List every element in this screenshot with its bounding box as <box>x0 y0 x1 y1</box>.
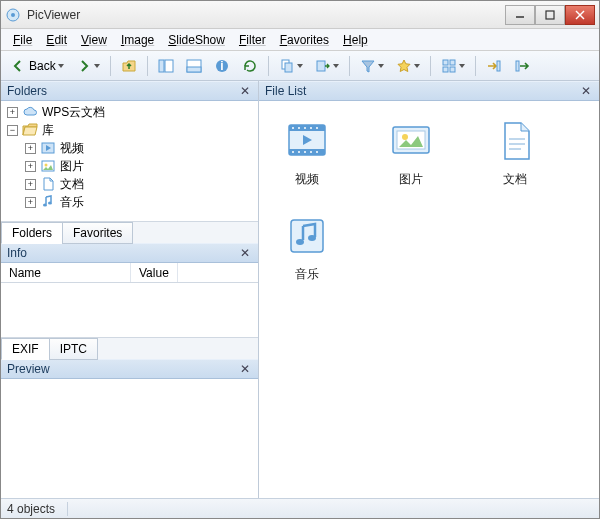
tree-node-documents[interactable]: + 文档 <box>1 175 258 193</box>
maximize-button[interactable] <box>535 5 565 25</box>
minimize-button[interactable] <box>505 5 535 25</box>
preview-area <box>1 379 258 498</box>
tab-favorites[interactable]: Favorites <box>62 222 133 244</box>
menubar: File Edit View Image SlideShow Filter Fa… <box>1 29 599 51</box>
copy-icon <box>279 58 295 74</box>
export-button[interactable] <box>509 55 535 77</box>
tree-node-videos[interactable]: + 视频 <box>1 139 258 157</box>
music-library-icon <box>283 212 331 260</box>
info-col-name[interactable]: Name <box>1 263 131 282</box>
chevron-down-icon <box>459 64 465 68</box>
preview-pane-icon <box>186 58 202 74</box>
back-label: Back <box>29 59 56 73</box>
svg-point-29 <box>292 127 294 129</box>
statusbar: 4 objects <box>1 498 599 518</box>
music-icon <box>40 194 56 210</box>
tree-label: 图片 <box>60 158 84 175</box>
tree-node-pictures[interactable]: + 图片 <box>1 157 258 175</box>
menu-image[interactable]: Image <box>115 31 160 49</box>
info-panel-header: Info ✕ <box>1 243 258 263</box>
info-panel-title: Info <box>7 246 27 260</box>
copy-button[interactable] <box>274 55 308 77</box>
import-button[interactable] <box>481 55 507 77</box>
star-icon <box>396 58 412 74</box>
expand-icon[interactable]: + <box>25 179 36 190</box>
close-button[interactable] <box>565 5 595 25</box>
svg-point-23 <box>45 164 48 167</box>
close-icon[interactable]: ✕ <box>238 362 252 376</box>
left-column: Folders ✕ + WPS云文档 − 库 + 视频 + <box>1 81 259 498</box>
svg-rect-7 <box>165 60 173 72</box>
file-item-videos[interactable]: 视频 <box>271 117 343 188</box>
tree-node-library[interactable]: − 库 <box>1 121 258 139</box>
file-item-documents[interactable]: 文档 <box>479 117 551 188</box>
tab-folders[interactable]: Folders <box>1 222 63 244</box>
menu-filter[interactable]: Filter <box>233 31 272 49</box>
back-button[interactable]: Back <box>5 55 69 77</box>
forward-button[interactable] <box>71 55 105 77</box>
close-icon[interactable]: ✕ <box>238 246 252 260</box>
filter-button[interactable] <box>355 55 389 77</box>
menu-favorites[interactable]: Favorites <box>274 31 335 49</box>
collapse-icon[interactable]: − <box>7 125 18 136</box>
content-area: Folders ✕ + WPS云文档 − 库 + 视频 + <box>1 81 599 498</box>
chevron-down-icon <box>297 64 303 68</box>
tab-exif[interactable]: EXIF <box>1 338 50 360</box>
expand-icon[interactable]: + <box>25 197 36 208</box>
info-col-value[interactable]: Value <box>131 263 178 282</box>
close-icon[interactable]: ✕ <box>579 84 593 98</box>
menu-edit[interactable]: Edit <box>40 31 73 49</box>
document-icon <box>40 176 56 192</box>
menu-file[interactable]: File <box>7 31 38 49</box>
file-grid[interactable]: 视频 图片 文档 音乐 <box>259 101 599 498</box>
expand-icon[interactable]: + <box>25 161 36 172</box>
svg-point-33 <box>316 127 318 129</box>
folders-pane-button[interactable] <box>153 55 179 77</box>
menu-slideshow[interactable]: SlideShow <box>162 31 231 49</box>
document-library-icon <box>491 117 539 165</box>
video-icon <box>40 140 56 156</box>
favorite-button[interactable] <box>391 55 425 77</box>
svg-point-37 <box>310 151 312 153</box>
svg-rect-19 <box>497 61 500 71</box>
tree-node-music[interactable]: + 音乐 <box>1 193 258 211</box>
info-tabs: EXIF IPTC <box>1 337 258 359</box>
status-object-count: 4 objects <box>7 502 68 516</box>
menu-view[interactable]: View <box>75 31 113 49</box>
svg-point-1 <box>11 13 15 17</box>
folder-up-icon <box>121 58 137 74</box>
svg-rect-6 <box>159 60 164 72</box>
chevron-down-icon <box>94 64 100 68</box>
filelist-panel-title: File List <box>265 84 306 98</box>
svg-point-47 <box>308 235 316 241</box>
close-icon[interactable]: ✕ <box>238 84 252 98</box>
svg-text:i: i <box>220 59 223 73</box>
chevron-down-icon <box>58 64 64 68</box>
menu-help[interactable]: Help <box>337 31 374 49</box>
file-item-pictures[interactable]: 图片 <box>375 117 447 188</box>
expand-icon[interactable]: + <box>7 107 18 118</box>
tree-label: 视频 <box>60 140 84 157</box>
up-folder-button[interactable] <box>116 55 142 77</box>
svg-rect-13 <box>285 63 292 72</box>
svg-rect-16 <box>450 60 455 65</box>
preview-panel-title: Preview <box>7 362 50 376</box>
preview-pane-button[interactable] <box>181 55 207 77</box>
view-mode-button[interactable] <box>436 55 470 77</box>
svg-rect-18 <box>450 67 455 72</box>
move-icon <box>315 58 331 74</box>
preview-panel-header: Preview ✕ <box>1 359 258 379</box>
tree-label: 文档 <box>60 176 84 193</box>
file-item-music[interactable]: 音乐 <box>271 212 343 283</box>
expand-icon[interactable]: + <box>25 143 36 154</box>
folder-tree[interactable]: + WPS云文档 − 库 + 视频 + 图片 + 文档 <box>1 101 258 221</box>
tree-node-wps[interactable]: + WPS云文档 <box>1 103 258 121</box>
tab-iptc[interactable]: IPTC <box>49 338 98 360</box>
chevron-down-icon <box>378 64 384 68</box>
svg-point-41 <box>402 134 408 140</box>
svg-point-38 <box>316 151 318 153</box>
svg-point-36 <box>304 151 306 153</box>
move-button[interactable] <box>310 55 344 77</box>
info-pane-button[interactable]: i <box>209 55 235 77</box>
refresh-button[interactable] <box>237 55 263 77</box>
